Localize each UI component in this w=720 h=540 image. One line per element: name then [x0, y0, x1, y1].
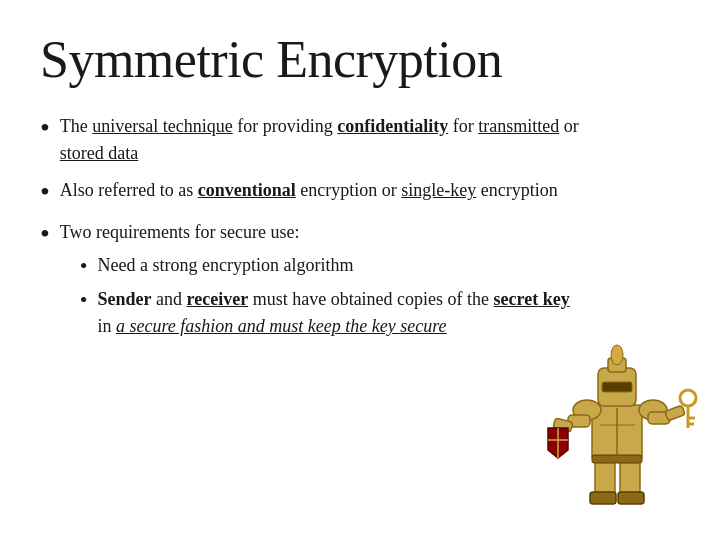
- bullet-dot-1: •: [40, 111, 50, 145]
- svg-rect-4: [602, 382, 632, 392]
- text-stored-data: stored data: [60, 143, 138, 163]
- bullet-3: • Two requirements for secure use: • Nee…: [40, 219, 580, 347]
- svg-rect-20: [618, 492, 644, 504]
- text-conventional: conventional: [198, 180, 296, 200]
- text-confidentiality: confidentiality: [337, 116, 448, 136]
- bullet-text-1: The universal technique for providing co…: [60, 113, 580, 167]
- bullet-2: • Also referred to as conventional encry…: [40, 177, 580, 209]
- text-receiver: receiver: [187, 289, 249, 309]
- bullet-1: • The universal technique for providing …: [40, 113, 580, 167]
- sub-bullet-2: • Sender and receiver must have obtained…: [80, 286, 580, 340]
- svg-point-6: [611, 345, 623, 365]
- svg-rect-10: [665, 405, 685, 421]
- svg-rect-17: [595, 458, 615, 496]
- svg-rect-21: [592, 455, 642, 463]
- svg-rect-18: [620, 458, 640, 496]
- content-area: • The universal technique for providing …: [40, 113, 580, 346]
- sub-bullets-container: • Need a strong encryption algorithm • S…: [60, 252, 580, 341]
- sub-bullet-text-1: Need a strong encryption algorithm: [98, 252, 580, 279]
- bullet-text-3: Two requirements for secure use: • Need …: [60, 219, 580, 347]
- sub-bullet-1: • Need a strong encryption algorithm: [80, 252, 580, 281]
- bullet-dot-3: •: [40, 217, 50, 251]
- text-transmitted: transmitted: [478, 116, 559, 136]
- svg-rect-19: [590, 492, 616, 504]
- bullet-dot-2: •: [40, 175, 50, 209]
- text-single-key: single-key: [401, 180, 476, 200]
- knight-illustration: [540, 320, 700, 520]
- slide-title: Symmetric Encryption: [40, 30, 680, 89]
- bullet-text-2: Also referred to as conventional encrypt…: [60, 177, 580, 204]
- sub-bullet-text-2: Sender and receiver must have obtained c…: [98, 286, 580, 340]
- slide: Symmetric Encryption • The universal tec…: [0, 0, 720, 540]
- text-secret-key: secret key: [494, 289, 570, 309]
- text-secure-fashion: a secure fashion and must keep the key s…: [116, 316, 447, 336]
- text-sender: Sender: [98, 289, 152, 309]
- sub-bullet-dot-1: •: [80, 252, 88, 281]
- sub-bullet-dot-2: •: [80, 286, 88, 315]
- text-universal-technique: universal technique: [92, 116, 232, 136]
- knight-svg: [540, 320, 700, 520]
- svg-point-11: [680, 390, 696, 406]
